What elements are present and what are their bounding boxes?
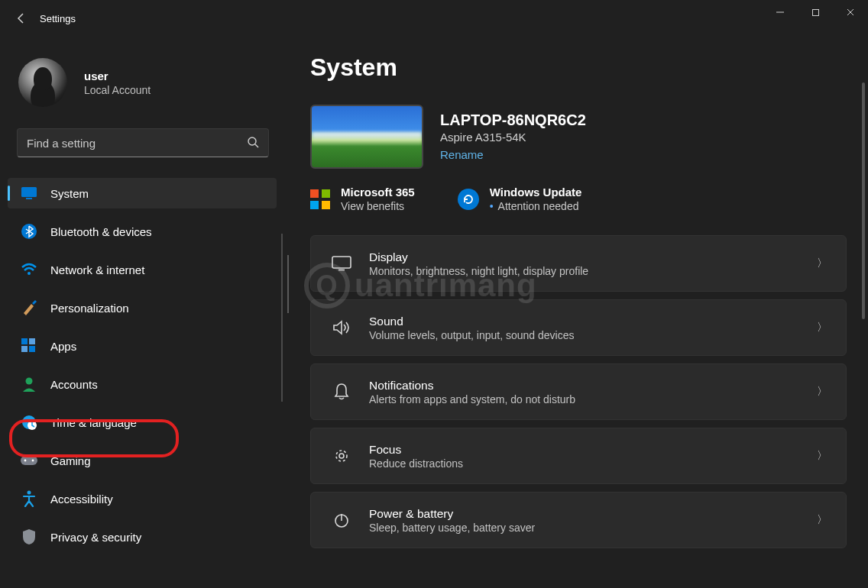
clock-globe-icon — [20, 413, 38, 431]
back-button[interactable] — [6, 3, 37, 34]
person-icon — [20, 375, 38, 393]
wu-sub: •Attention needed — [490, 200, 582, 212]
window-controls — [763, 0, 868, 24]
close-button[interactable] — [833, 0, 868, 24]
minimize-button[interactable] — [763, 0, 798, 24]
svg-rect-10 — [21, 346, 28, 352]
sidebar-item-privacy[interactable]: Privacy & security — [8, 522, 277, 552]
card-sub: Volume levels, output, input, sound devi… — [369, 329, 817, 341]
ms365-title: Microsoft 365 — [341, 186, 415, 199]
svg-point-17 — [32, 460, 34, 462]
system-icon — [20, 184, 38, 202]
card-notifications[interactable]: Notifications Alerts from apps and syste… — [310, 363, 847, 420]
nav-list: System Bluetooth & devices Network & int… — [0, 174, 283, 556]
card-title: Sound — [369, 315, 817, 328]
focus-icon — [328, 447, 355, 465]
svg-point-22 — [339, 454, 344, 458]
chevron-right-icon: 〉 — [817, 257, 828, 270]
sound-icon — [328, 319, 355, 336]
chevron-right-icon: 〉 — [817, 321, 828, 334]
apps-icon — [20, 337, 38, 355]
card-focus[interactable]: Focus Reduce distractions 〉 — [310, 428, 847, 484]
search-icon — [247, 136, 259, 150]
svg-rect-15 — [21, 456, 37, 465]
windows-update-block[interactable]: Windows Update •Attention needed — [458, 186, 582, 212]
chevron-right-icon: 〉 — [817, 449, 828, 463]
card-sub: Alerts from apps and system, do not dist… — [369, 393, 817, 405]
card-sound[interactable]: Sound Volume levels, output, input, soun… — [310, 299, 847, 356]
brush-icon — [20, 299, 38, 317]
rename-link[interactable]: Rename — [440, 148, 484, 161]
sidebar-item-accounts[interactable]: Accounts — [8, 369, 277, 399]
card-title: Power & battery — [369, 507, 817, 521]
sidebar-item-label: Gaming — [50, 454, 91, 467]
sidebar-item-label: Accounts — [50, 378, 98, 391]
chevron-right-icon: 〉 — [817, 385, 828, 399]
search-box[interactable] — [17, 128, 269, 157]
card-title: Notifications — [369, 379, 817, 393]
wu-title: Windows Update — [490, 186, 582, 199]
accessibility-icon — [20, 489, 38, 508]
user-name: user — [84, 69, 151, 82]
svg-rect-5 — [26, 198, 32, 199]
maximize-button[interactable] — [798, 0, 833, 24]
chevron-right-icon: 〉 — [817, 513, 828, 527]
bell-icon — [328, 383, 355, 401]
page-title: System — [310, 53, 847, 82]
search-input[interactable] — [27, 137, 247, 150]
avatar — [18, 58, 67, 107]
svg-point-16 — [24, 460, 27, 462]
display-icon — [328, 256, 355, 271]
sidebar-item-system[interactable]: System — [8, 178, 277, 208]
shield-icon — [20, 528, 38, 546]
sidebar-item-label: Apps — [50, 340, 76, 353]
sidebar-item-apps[interactable]: Apps — [8, 331, 277, 361]
device-model: Aspire A315-54K — [440, 131, 586, 144]
gamepad-icon — [20, 451, 38, 470]
sidebar-item-network[interactable]: Network & internet — [8, 254, 277, 285]
sidebar-item-label: Personalization — [50, 302, 129, 315]
user-block[interactable]: user Local Account — [0, 44, 283, 128]
svg-point-2 — [248, 137, 256, 145]
sidebar-item-accessibility[interactable]: Accessibility — [8, 483, 277, 514]
svg-point-12 — [26, 378, 33, 385]
wifi-icon — [20, 260, 38, 279]
update-icon — [458, 189, 479, 210]
content-area: System LAPTOP-86NQR6C2 Aspire A315-54K R… — [283, 37, 868, 588]
card-power[interactable]: Power & battery Sleep, battery usage, ba… — [310, 492, 847, 548]
svg-point-7 — [28, 272, 31, 275]
card-display[interactable]: Display Monitors, brightness, night ligh… — [310, 235, 847, 292]
svg-line-3 — [255, 144, 258, 147]
svg-rect-9 — [29, 338, 35, 344]
svg-rect-11 — [29, 346, 35, 352]
content-scrollbar[interactable] — [862, 82, 865, 319]
card-sub: Sleep, battery usage, battery saver — [369, 522, 817, 534]
sidebar-item-label: Network & internet — [50, 263, 144, 276]
device-block: LAPTOP-86NQR6C2 Aspire A315-54K Rename — [310, 105, 847, 169]
settings-cards: Display Monitors, brightness, night ligh… — [310, 235, 847, 548]
user-subtitle: Local Account — [84, 84, 151, 96]
sidebar-item-label: Privacy & security — [50, 531, 141, 544]
ms365-sub: View benefits — [341, 200, 415, 212]
card-title: Display — [369, 250, 817, 264]
divider — [287, 255, 289, 313]
power-icon — [328, 512, 355, 528]
sidebar: user Local Account System Bluetooth & — [0, 37, 283, 588]
sidebar-item-label: Accessibility — [50, 493, 113, 506]
svg-point-18 — [28, 491, 31, 495]
window-title: Settings — [40, 13, 76, 24]
sidebar-item-label: System — [50, 187, 89, 200]
sidebar-item-label: Bluetooth & devices — [50, 225, 152, 238]
sidebar-item-label: Time & language — [50, 416, 137, 429]
desktop-thumbnail[interactable] — [310, 105, 423, 169]
microsoft-365-block[interactable]: Microsoft 365 View benefits — [310, 186, 415, 212]
device-name: LAPTOP-86NQR6C2 — [440, 111, 586, 129]
sidebar-item-personalization[interactable]: Personalization — [8, 292, 277, 323]
sidebar-item-bluetooth[interactable]: Bluetooth & devices — [8, 216, 277, 247]
svg-rect-19 — [332, 257, 351, 268]
titlebar: Settings — [0, 0, 868, 37]
sidebar-item-time-language[interactable]: Time & language — [8, 407, 277, 438]
sidebar-item-gaming[interactable]: Gaming — [8, 445, 277, 476]
card-sub: Monitors, brightness, night light, displ… — [369, 265, 817, 277]
svg-rect-4 — [21, 187, 37, 197]
